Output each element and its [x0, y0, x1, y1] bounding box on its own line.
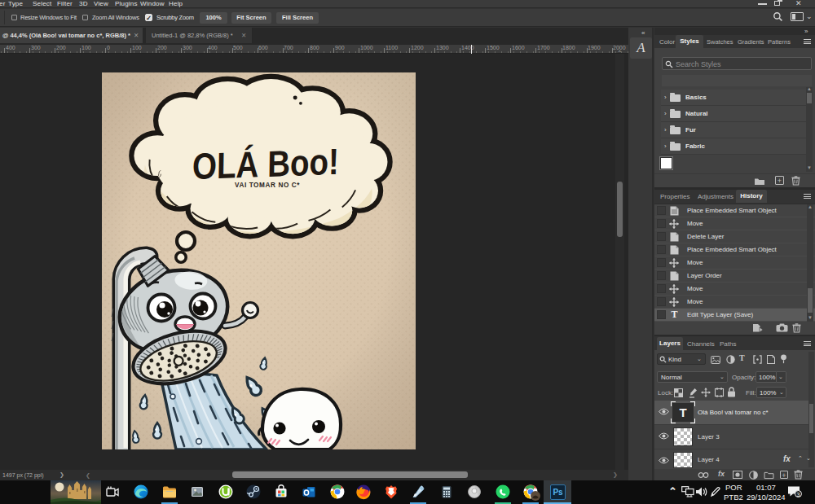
svg-text:VAI TOMAR NO C*: VAI TOMAR NO C* [235, 182, 300, 189]
svg-text:OLÁ Boo!: OLÁ Boo! [192, 141, 340, 187]
